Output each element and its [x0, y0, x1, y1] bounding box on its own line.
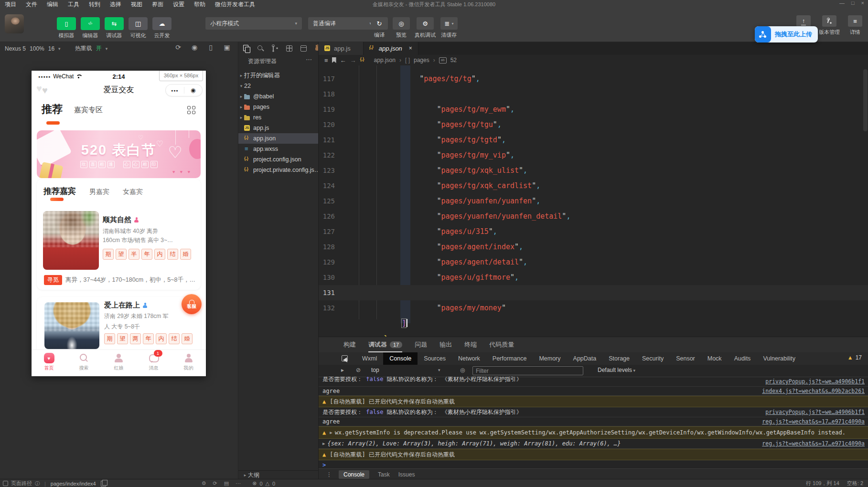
menu-item[interactable]: 界面: [147, 1, 168, 8]
problem-counters[interactable]: ⊗0 △0: [252, 480, 275, 487]
tabbar-item[interactable]: 搜索: [66, 350, 101, 376]
log-levels-select[interactable]: Default levels: [598, 367, 635, 373]
panel-tab[interactable]: 输出: [439, 337, 452, 352]
expand-arrow-icon[interactable]: ▶: [322, 441, 325, 446]
forward-arrow-icon[interactable]: →: [350, 57, 356, 64]
sidebar-toggle-icon[interactable]: ▸: [341, 367, 344, 373]
statusbar-icon[interactable]: ⟳: [213, 480, 217, 487]
devtools-tab[interactable]: Mock: [701, 352, 728, 365]
breadcrumb-index[interactable]: 52: [450, 57, 457, 64]
devtools-tab[interactable]: Memory: [533, 352, 567, 365]
indentation-setting[interactable]: 空格: 2: [847, 480, 863, 487]
bookmark-icon[interactable]: [332, 57, 336, 63]
statusbar-icon[interactable]: ▤: [224, 480, 229, 487]
editor-tab[interactable]: app.json ×: [364, 42, 418, 55]
close-tab-icon[interactable]: ×: [409, 45, 412, 52]
checkbox-icon[interactable]: [3, 481, 8, 486]
live-expression-icon[interactable]: ◎: [460, 367, 465, 373]
project-action-button[interactable]: ≡ 详情: [844, 9, 866, 36]
profile-photo[interactable]: [43, 211, 99, 270]
menu-item[interactable]: 设置: [168, 1, 189, 8]
sidebar-strip-icon[interactable]: [300, 44, 308, 53]
devtools-tab[interactable]: Console: [383, 352, 418, 365]
menu-item[interactable]: 帮助: [189, 1, 210, 8]
panel-toggle-button[interactable]: ◫ 可视化: [128, 9, 148, 39]
source-link[interactable]: reg.js?t=wechat&s=17…e971c4090a: [762, 440, 865, 447]
compile-mode-select[interactable]: 普通编译▾: [308, 17, 376, 30]
simulator-control-icon[interactable]: ▯: [206, 43, 215, 51]
sidebar-strip-icon[interactable]: [285, 44, 293, 53]
file-tree-row[interactable]: project.config.json: [238, 154, 319, 165]
devtools-tab[interactable]: Vulnerability: [757, 352, 802, 365]
mode-select[interactable]: 小程序模式▾: [205, 17, 302, 30]
more-menu-icon[interactable]: ●●●: [166, 89, 184, 92]
file-tree-row[interactable]: ▸ pages: [238, 102, 319, 112]
close-target-icon[interactable]: ◉: [184, 87, 203, 94]
bottom-tab[interactable]: Console: [339, 470, 369, 479]
source-link[interactable]: index4.js?t=wechat&s…09b2acb261: [762, 388, 865, 394]
action-button[interactable]: ◎ 预览: [393, 9, 410, 39]
simulator-control-icon[interactable]: ◉: [190, 43, 199, 51]
panel-tab[interactable]: 终端: [464, 337, 477, 352]
source-link[interactable]: privacyPopup.js?t=we…a4906b1f1: [765, 409, 865, 415]
hot-reload-label[interactable]: 热重载: [75, 44, 92, 53]
panel-toggle-button[interactable]: ⇆ 调试器: [104, 9, 124, 39]
inspect-icon[interactable]: [341, 355, 349, 362]
file-tree-row[interactable]: ▸ 打开的编辑器: [238, 70, 319, 81]
menu-item[interactable]: 选择: [105, 1, 126, 8]
editor-scrollbar[interactable]: [863, 69, 868, 131]
sidebar-strip-icon[interactable]: [257, 44, 265, 53]
outline-section[interactable]: ▸ 大纲: [238, 470, 322, 479]
devtools-tab[interactable]: Wxml: [356, 352, 383, 365]
panel-tab[interactable]: 调试器 17: [368, 337, 402, 352]
action-button[interactable]: ↻ 编译: [371, 9, 388, 39]
panel-tab[interactable]: 问题: [415, 337, 427, 352]
panel-toggle-button[interactable]: ‹/› 编辑器: [80, 9, 100, 39]
page-path-control[interactable]: 页面路径 ⓘ | pages/index/index4: [3, 480, 106, 487]
list-icon[interactable]: ≡: [324, 57, 328, 64]
profile-name[interactable]: 顺其自然: [103, 215, 139, 224]
breadcrumb-node[interactable]: pages: [414, 57, 429, 64]
profile-photo[interactable]: [44, 302, 99, 349]
menu-item[interactable]: 项目: [0, 1, 21, 8]
panel-tab[interactable]: 构建: [343, 337, 356, 352]
devtools-tab[interactable]: Sources: [418, 352, 452, 365]
source-link[interactable]: reg.js?t=wechat&s=17…e971c4090a: [762, 418, 865, 425]
minimize-icon[interactable]: —: [839, 0, 845, 6]
action-button[interactable]: ⚙ 真机调试: [415, 9, 436, 39]
back-arrow-icon[interactable]: ←: [340, 57, 346, 64]
device-selector[interactable]: Nexus 5 100% 16 ▾ 热重载 开 ▾: [5, 44, 107, 53]
grid-menu-icon[interactable]: [187, 106, 195, 114]
bottom-tab[interactable]: Task: [378, 471, 390, 478]
menu-item[interactable]: 编辑: [42, 1, 63, 8]
bottom-tab[interactable]: Issues: [398, 471, 415, 478]
devtools-tab[interactable]: AppData: [567, 352, 603, 365]
expand-arrow-icon[interactable]: ▶: [330, 430, 332, 435]
tab-guest-zone[interactable]: 嘉宾专区: [74, 106, 103, 115]
devtools-tab[interactable]: Audits: [728, 352, 757, 365]
simulator-control-icon[interactable]: ▣: [223, 43, 231, 51]
statusbar-icon[interactable]: ⚙: [202, 480, 206, 487]
code-editor[interactable]: "pages/tg/tg", 117 "pages/tg/my_ewm", 11…: [319, 65, 868, 337]
panel-tab[interactable]: 代码质量: [489, 337, 514, 352]
editor-tab[interactable]: app.js: [319, 42, 364, 55]
file-tree-row[interactable]: app.wxss: [238, 144, 319, 154]
menu-item[interactable]: 工具: [63, 1, 84, 8]
file-tree-row[interactable]: ▸ res: [238, 112, 319, 123]
menu-item[interactable]: 文件: [21, 1, 42, 8]
devtools-tab[interactable]: Security: [636, 352, 670, 365]
tab-recommend[interactable]: 推荐: [42, 102, 63, 116]
customer-service-button[interactable]: 客服: [182, 294, 202, 314]
menu-item[interactable]: 转到: [84, 1, 105, 8]
tabbar-item[interactable]: 1 消息: [136, 350, 171, 376]
simulator-control-icon[interactable]: ⟳: [174, 43, 182, 51]
devtools-tab[interactable]: Storage: [602, 352, 636, 365]
copy-icon[interactable]: [101, 481, 106, 487]
menu-item[interactable]: 视图: [126, 1, 147, 8]
console-filter-input[interactable]: [472, 366, 583, 375]
devtools-tab[interactable]: Performance: [486, 352, 533, 365]
console-prompt[interactable]: >: [319, 460, 868, 468]
clear-console-icon[interactable]: ⊘: [356, 367, 361, 373]
file-tree-row[interactable]: ▸ @babel: [238, 91, 319, 102]
guest-tab[interactable]: 推荐嘉宾: [43, 186, 76, 197]
